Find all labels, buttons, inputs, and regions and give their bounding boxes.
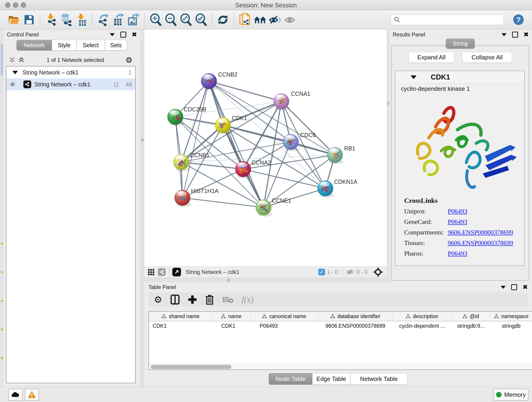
first-neighbors-button[interactable]: [254, 13, 266, 26]
export-network-button[interactable]: [97, 13, 110, 26]
crosslink-link[interactable]: P06493: [448, 218, 467, 225]
cell-shared-name[interactable]: CDK1: [149, 323, 212, 329]
scrollbar-thumb[interactable]: [151, 365, 231, 369]
tab-style[interactable]: Style: [52, 40, 76, 51]
function-builder-icon[interactable]: f(x): [241, 294, 254, 305]
open-session-button[interactable]: [7, 13, 20, 26]
panel-float-icon[interactable]: [120, 32, 126, 38]
layout-refresh-icon: [217, 14, 229, 26]
crosslink-link[interactable]: P06493: [448, 208, 467, 215]
help-button[interactable]: ?: [513, 14, 524, 25]
zoom-out-button[interactable]: [164, 13, 177, 26]
show-columns-icon[interactable]: [171, 294, 180, 305]
collapse-all-button[interactable]: Collapse All: [462, 52, 512, 63]
collapse-all-icon[interactable]: [8, 57, 16, 63]
detach-view-icon[interactable]: [172, 268, 181, 276]
tab-sets[interactable]: Sets: [105, 40, 127, 51]
cell-name[interactable]: CDK1: [212, 323, 250, 329]
tab-node-table[interactable]: Node Table: [269, 373, 312, 385]
save-session-button[interactable]: [23, 13, 36, 26]
new-network-from-selection-button[interactable]: [239, 13, 251, 26]
add-column-icon[interactable]: [188, 295, 197, 304]
protein-node-rb1[interactable]: RB1: [327, 145, 355, 163]
save-icon: [24, 14, 35, 25]
search-input[interactable]: [403, 16, 500, 23]
panel-float-icon[interactable]: [511, 284, 517, 290]
network-graph[interactable]: CCNB2CCNA1CDC25BCDK1CDC6RB1CCNB1CCNA2CDK…: [144, 29, 387, 266]
apply-layout-button[interactable]: [216, 13, 229, 26]
zoom-fit-button[interactable]: [179, 13, 192, 26]
crosslink-link[interactable]: 9606.ENSP00000378699: [448, 229, 513, 236]
crosslink-link[interactable]: P06493: [448, 250, 467, 257]
show-all-button[interactable]: [284, 13, 297, 26]
network-view-icon[interactable]: [158, 268, 166, 276]
column-header[interactable]: canonical name: [250, 312, 318, 321]
collapse-entry-icon[interactable]: [411, 75, 417, 79]
delete-table-icon[interactable]: [222, 296, 233, 303]
birdseye-crosshair-icon[interactable]: [373, 267, 383, 277]
delete-column-icon[interactable]: [205, 294, 214, 305]
protein-node-ccnb2[interactable]: CCNB2: [201, 71, 238, 89]
crosslink-link[interactable]: 9606.ENSP00000378699: [448, 239, 513, 247]
control-panel-header: Control Panel ✖: [4, 31, 140, 38]
export-table-button[interactable]: [112, 13, 125, 26]
import-network-file-button[interactable]: [45, 13, 57, 26]
protein-node-cdkn1a[interactable]: CDKN1A: [317, 179, 357, 196]
cell-id[interactable]: stringdb:9...: [451, 323, 490, 329]
expand-all-button[interactable]: Expand All: [409, 52, 454, 63]
left-divider[interactable]: [140, 29, 144, 386]
column-header[interactable]: namespace: [490, 312, 532, 321]
zoom-in-button[interactable]: [149, 13, 162, 26]
tab-network-table[interactable]: Network Table: [350, 373, 408, 385]
divider-grip[interactable]: [141, 138, 144, 142]
table-horizontal-scrollbar[interactable]: [149, 364, 532, 370]
import-network-database-button[interactable]: [60, 13, 73, 26]
panel-float-icon[interactable]: [512, 32, 518, 38]
hide-selected-button[interactable]: [269, 13, 282, 26]
tab-string[interactable]: String: [446, 38, 475, 49]
panel-close-icon[interactable]: ✖: [523, 285, 528, 289]
network-collection-row[interactable]: String Network – cdk1 1: [6, 66, 135, 78]
hidden-eye-icon[interactable]: [346, 269, 355, 275]
panel-menu-icon[interactable]: [501, 33, 507, 36]
protein-node-ccne1[interactable]: CCNE1: [256, 197, 291, 215]
panel-close-icon[interactable]: ✖: [132, 32, 137, 37]
zoom-selected-button[interactable]: [195, 13, 207, 26]
tab-network[interactable]: Network: [17, 40, 52, 51]
node-result-header[interactable]: CDK1: [395, 71, 524, 84]
panel-menu-icon[interactable]: [500, 286, 506, 289]
column-header[interactable]: description: [393, 312, 451, 321]
panel-close-icon[interactable]: ✖: [524, 32, 529, 37]
node-label: CDK1: [232, 115, 247, 121]
grid-view-icon[interactable]: [148, 269, 154, 275]
expand-all-icon[interactable]: [17, 57, 25, 63]
tab-select[interactable]: Select: [76, 40, 105, 51]
column-header[interactable]: database identifier: [318, 312, 393, 321]
panel-menu-icon[interactable]: [110, 33, 115, 36]
column-header[interactable]: shared name: [149, 312, 212, 321]
memory-button[interactable]: Memory: [494, 389, 528, 401]
cloud-button[interactable]: [8, 389, 22, 401]
cell-description[interactable]: cyclin-dependent ...: [393, 323, 451, 329]
divider-grip[interactable]: [227, 279, 230, 282]
import-table-button[interactable]: [75, 13, 88, 26]
cell-namespace[interactable]: stringdb: [490, 323, 532, 329]
cell-canonical-name[interactable]: P06493: [250, 323, 318, 329]
column-header[interactable]: name: [212, 312, 250, 321]
network-selection-status: 1 of 1 Network selected: [25, 57, 126, 63]
table-options-gear-icon[interactable]: ⚙: [154, 296, 162, 303]
network-options-gear-icon[interactable]: ⚙: [126, 56, 133, 64]
network-row[interactable]: String Network – cdk1 11 48: [6, 78, 135, 90]
selected-checkbox-icon[interactable]: ✓: [318, 269, 325, 275]
export-image-button[interactable]: [127, 13, 140, 26]
table-row[interactable]: CDK1 CDK1 P06493 9606.ENSP00000378699 cy…: [149, 321, 532, 331]
collection-expand-icon[interactable]: [12, 71, 18, 74]
search-box[interactable]: [391, 14, 504, 25]
tab-edge-table[interactable]: Edge Table: [312, 373, 350, 385]
protein-node-ccna1[interactable]: CCNA1: [273, 90, 310, 109]
cell-database-identifier[interactable]: 9606.ENSP00000378699: [318, 323, 393, 329]
protein-node-hist1h1a[interactable]: HIST1H1A: [175, 188, 219, 206]
column-header[interactable]: @id: [451, 312, 490, 321]
warnings-button[interactable]: [25, 389, 39, 401]
network-canvas[interactable]: CCNB2CCNA1CDC25BCDK1CDC6RB1CCNB1CCNA2CDK…: [144, 29, 387, 266]
